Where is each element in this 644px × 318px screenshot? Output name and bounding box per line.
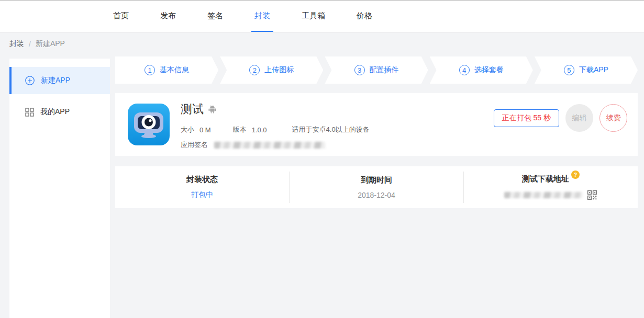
page-root: 首页 发布 签名 封装 工具箱 价格 封装 / 新建APP 新建APP 我的AP… bbox=[0, 0, 644, 318]
qrcode-icon[interactable] bbox=[587, 190, 597, 200]
signature-redacted-value bbox=[214, 142, 325, 149]
wizard-step-5[interactable]: 5 下载APP bbox=[535, 56, 638, 84]
sidebar: 新建APP 我的APP bbox=[9, 59, 110, 318]
step-number: 4 bbox=[459, 65, 470, 75]
expiry-header: 到期时间 bbox=[361, 175, 392, 185]
wizard-step-4[interactable]: 4 选择套餐 bbox=[430, 56, 533, 84]
sidebar-item-my-app[interactable]: 我的APP bbox=[9, 98, 110, 126]
download-url-redacted[interactable] bbox=[504, 192, 583, 198]
download-header: 测试下载地址 bbox=[522, 174, 569, 184]
step-number: 3 bbox=[354, 65, 365, 75]
expiry-value: 2018-12-04 bbox=[358, 191, 395, 199]
status-card: 封装状态 打包中 到期时间 2018-12-04 测试下载地址 ? bbox=[115, 166, 638, 208]
size-label: 大小 bbox=[181, 125, 194, 134]
wizard-step-1[interactable]: 1 基本信息 bbox=[115, 56, 218, 84]
status-col-download: 测试下载地址 ? bbox=[464, 166, 638, 208]
breadcrumb-item-current: 新建APP bbox=[36, 39, 65, 49]
app-title: 测试 bbox=[181, 101, 204, 117]
edit-button[interactable]: 编辑 bbox=[565, 104, 593, 132]
step-label: 下载APP bbox=[579, 65, 608, 75]
app-actions: 正在打包 55 秒 编辑 续费 bbox=[494, 104, 627, 132]
sidebar-item-label: 新建APP bbox=[41, 76, 70, 85]
nav-item-sign[interactable]: 签名 bbox=[204, 1, 226, 32]
nav-item-price[interactable]: 价格 bbox=[353, 1, 375, 32]
step-number: 2 bbox=[249, 65, 260, 75]
help-coin-icon[interactable]: ? bbox=[571, 171, 580, 181]
main-content: 1 基本信息 2 上传图标 3 配置插件 4 选择套餐 5 下载APP bbox=[115, 56, 638, 208]
sidebar-item-label: 我的APP bbox=[40, 107, 70, 117]
top-nav: 首页 发布 签名 封装 工具箱 价格 bbox=[0, 0, 644, 32]
status-col-package-state: 封装状态 打包中 bbox=[115, 166, 289, 208]
breadcrumb: 封装 / 新建APP bbox=[9, 32, 65, 55]
nav-item-package[interactable]: 封装 bbox=[251, 1, 273, 32]
sidebar-item-new-app[interactable]: 新建APP bbox=[9, 67, 110, 94]
step-number: 1 bbox=[145, 65, 155, 75]
version-value: 1.0.0 bbox=[252, 126, 267, 134]
wizard-step-2[interactable]: 2 上传图标 bbox=[220, 56, 323, 84]
grid-icon bbox=[25, 108, 34, 117]
package-state-header: 封装状态 bbox=[186, 175, 218, 185]
package-state-value: 打包中 bbox=[191, 190, 213, 200]
step-label: 配置插件 bbox=[370, 65, 399, 75]
nav-item-publish[interactable]: 发布 bbox=[157, 1, 179, 32]
svg-text:?: ? bbox=[574, 172, 577, 178]
main-nav: 首页 发布 签名 封装 工具箱 价格 bbox=[0, 1, 644, 32]
android-icon bbox=[208, 105, 217, 114]
size-value: 0 M bbox=[199, 126, 211, 134]
version-label: 版本 bbox=[233, 125, 247, 134]
step-label: 上传图标 bbox=[264, 65, 294, 75]
breadcrumb-separator: / bbox=[29, 40, 31, 48]
app-card: 测试 大小 0 M 版本 1.0.0 适用于安卓4.0以上的设备 应用签名 bbox=[115, 93, 638, 156]
packing-status-button[interactable]: 正在打包 55 秒 bbox=[494, 109, 559, 127]
breadcrumb-item-package[interactable]: 封装 bbox=[9, 39, 24, 49]
app-logo-eye-tv-icon bbox=[128, 104, 170, 145]
wizard-step-3[interactable]: 3 配置插件 bbox=[325, 56, 428, 84]
status-col-expiry: 到期时间 2018-12-04 bbox=[290, 166, 463, 208]
plus-circle-icon bbox=[25, 76, 35, 85]
step-label: 基本信息 bbox=[160, 65, 189, 75]
step-number: 5 bbox=[564, 65, 574, 75]
renew-button[interactable]: 续费 bbox=[599, 104, 627, 132]
app-info: 测试 大小 0 M 版本 1.0.0 适用于安卓4.0以上的设备 应用签名 bbox=[181, 101, 370, 150]
nav-item-home[interactable]: 首页 bbox=[110, 1, 132, 32]
nav-item-toolbox[interactable]: 工具箱 bbox=[298, 1, 328, 32]
compatibility-text: 适用于安卓4.0以上的设备 bbox=[292, 125, 370, 134]
step-label: 选择套餐 bbox=[474, 65, 504, 75]
signature-label: 应用签名 bbox=[181, 140, 208, 150]
step-wizard: 1 基本信息 2 上传图标 3 配置插件 4 选择套餐 5 下载APP bbox=[115, 56, 638, 84]
